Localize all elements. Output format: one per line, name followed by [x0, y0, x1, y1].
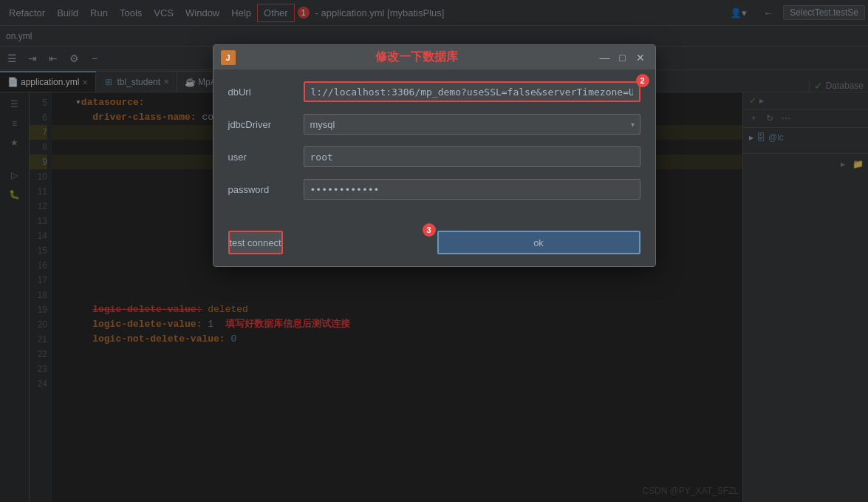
form-row-user: user: [228, 146, 640, 167]
modal-close-button[interactable]: ✕: [633, 50, 648, 65]
modal-title: 修改一下数据库: [242, 50, 592, 65]
user-input[interactable]: [304, 146, 640, 167]
modal-minimize-button[interactable]: —: [598, 50, 612, 65]
form-row-password: password: [228, 179, 640, 200]
modal-footer: test connect 3 ok: [213, 223, 655, 266]
modal-overlay: J 修改一下数据库 — □ ✕ dbUrl 2 jdbcDriver: [0, 0, 868, 502]
test-connect-wrapper: test connect 3: [228, 231, 428, 254]
jdbcdriver-select[interactable]: mysql postgresql oracle: [304, 114, 640, 135]
dburl-input-wrapper: 2: [304, 81, 640, 102]
badge-3: 3: [423, 223, 436, 237]
password-input[interactable]: [304, 179, 640, 200]
badge-2: 2: [636, 74, 649, 87]
modal-dialog: J 修改一下数据库 — □ ✕ dbUrl 2 jdbcDriver: [213, 44, 656, 267]
dburl-input[interactable]: [304, 81, 640, 102]
modal-app-icon: J: [221, 50, 236, 65]
modal-titlebar: J 修改一下数据库 — □ ✕: [213, 45, 655, 69]
ok-button[interactable]: ok: [437, 231, 640, 254]
dburl-label: dbUrl: [228, 87, 295, 98]
jdbcdriver-label: jdbcDriver: [228, 119, 295, 130]
user-label: user: [228, 152, 295, 163]
test-connect-button[interactable]: test connect: [228, 231, 283, 254]
modal-controls: — □ ✕: [598, 50, 648, 65]
form-row-dburl: dbUrl 2: [228, 81, 640, 102]
jdbcdriver-select-wrapper: mysql postgresql oracle ▾: [304, 114, 640, 135]
form-row-jdbcdriver: jdbcDriver mysql postgresql oracle ▾: [228, 114, 640, 135]
modal-body: dbUrl 2 jdbcDriver mysql postgresql orac…: [213, 69, 655, 223]
modal-maximize-button[interactable]: □: [615, 50, 630, 65]
password-label: password: [228, 184, 295, 195]
